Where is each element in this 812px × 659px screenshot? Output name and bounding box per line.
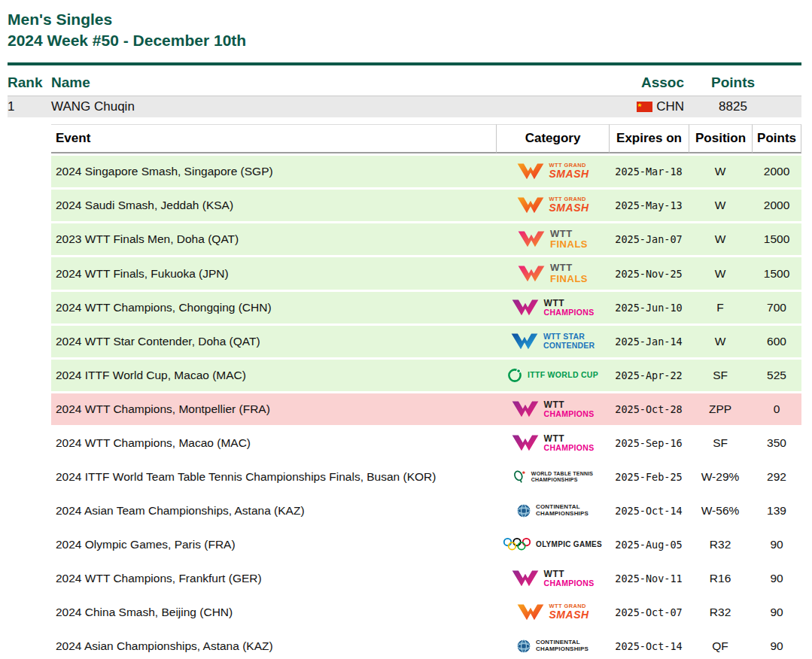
position-column-header: Position (689, 124, 752, 153)
event-row: 2024 WTT Champions, Montpellier (FRA) WT… (51, 393, 801, 425)
points-value: 2000 (752, 190, 801, 221)
event-row: 2024 Olympic Games, Paris (FRA) OLYMPIC … (51, 529, 801, 560)
expires-date: 2025-Mar-18 (609, 156, 689, 187)
chn-flag-icon (637, 102, 652, 112)
event-name: 2024 Olympic Games, Paris (FRA) (51, 529, 496, 560)
expires-date: 2025-Oct-28 (609, 393, 689, 425)
event-row: 2024 WTT Champions, Frankfurt (GER) WTTC… (51, 563, 801, 594)
event-name: 2024 China Smash, Beijing (CHN) (51, 597, 496, 628)
page-subtitle: 2024 Week #50 - December 10th (8, 30, 801, 51)
continental-championships-logo-icon: CONTINENTALCHAMPIONSHIPS (500, 636, 604, 657)
expires-date: 2025-Nov-25 (609, 257, 689, 290)
expires-date: 2025-Oct-14 (609, 630, 689, 659)
event-row: 2024 WTT Champions, Macao (MAC) WTTCHAMP… (51, 427, 801, 459)
event-name: 2024 ITTF World Team Table Tennis Champi… (51, 461, 496, 493)
points-value: 2000 (752, 156, 801, 187)
ranking-header-row: Rank Name Assoc Points (8, 65, 801, 96)
position-value: W (689, 326, 752, 357)
expires-date: 2025-Jun-10 (609, 292, 689, 323)
points-value: 90 (752, 597, 801, 628)
expires-date: 2025-Oct-07 (609, 597, 689, 628)
ranking-page: Men's Singles 2024 Week #50 - December 1… (0, 0, 812, 659)
events-breakdown: Event Category Expires on Position Point… (51, 122, 801, 659)
event-row: 2024 ITTF World Team Table Tennis Champi… (51, 461, 801, 493)
points-value: 1500 (752, 223, 801, 256)
event-name: 2024 Saudi Smash, Jeddah (KSA) (51, 190, 496, 221)
expires-date: 2025-Sep-16 (609, 427, 689, 459)
event-row: 2024 ITTF World Cup, Macao (MAC) ITTF WO… (51, 360, 801, 391)
wtt-champions-logo-icon: WTTCHAMPIONS (500, 568, 604, 589)
event-name: 2024 WTT Champions, Macao (MAC) (51, 427, 496, 459)
event-row: 2024 WTT Finals, Fukuoka (JPN) WTTFINALS… (51, 257, 801, 290)
ittf-world-cup-logo-icon: ITTF WORLD CUP (500, 365, 604, 386)
event-name: 2024 WTT Champions, Montpellier (FRA) (51, 393, 496, 425)
page-header: Men's Singles 2024 Week #50 - December 1… (8, 9, 801, 52)
points-value: 139 (752, 495, 801, 527)
event-name: 2024 Asian Team Championships, Astana (K… (51, 495, 496, 527)
event-row: 2024 Asian Championships, Astana (KAZ) C… (51, 630, 801, 659)
event-row: 2023 WTT Finals Men, Doha (QAT) WTTFINAL… (51, 223, 801, 256)
category-column-header: Category (496, 124, 609, 153)
wtt-finals-logo-icon: WTTFINALS (500, 229, 604, 251)
event-row: 2024 Singapore Smash, Singapore (SGP) WT… (51, 156, 801, 187)
points-column-header: Points (684, 74, 782, 91)
points-value: 350 (752, 427, 801, 459)
points-value: 525 (752, 360, 801, 391)
expires-date: 2025-Jan-14 (609, 326, 689, 357)
points-value: 600 (752, 326, 801, 357)
expires-date: 2025-Feb-25 (609, 461, 689, 493)
event-name: 2024 WTT Champions, Chongqing (CHN) (51, 292, 496, 323)
expires-date: 2025-Oct-14 (609, 495, 689, 527)
wtt-champions-logo-icon: WTTCHAMPIONS (500, 433, 604, 454)
player-points: 8825 (684, 99, 782, 114)
position-value: W (689, 190, 752, 221)
event-row: 2024 Saudi Smash, Jeddah (KSA) WTT GRAND… (51, 190, 801, 221)
event-name: 2024 WTT Star Contender, Doha (QAT) (51, 326, 496, 357)
name-column-header: Name (51, 74, 564, 91)
position-value: R16 (689, 563, 752, 594)
position-value: QF (689, 630, 752, 659)
event-name: 2024 Singapore Smash, Singapore (SGP) (51, 156, 496, 187)
points-value: 90 (752, 529, 801, 560)
continental-championships-logo-icon: CONTINENTALCHAMPIONSHIPS (500, 500, 604, 521)
player-name: WANG Chuqin (51, 99, 564, 114)
events-header-row: Event Category Expires on Position Point… (51, 124, 801, 153)
position-value: R32 (689, 529, 752, 560)
player-rank: 1 (8, 99, 51, 114)
events-table: Event Category Expires on Position Point… (51, 122, 801, 659)
event-name: 2024 ITTF World Cup, Macao (MAC) (51, 360, 496, 391)
player-row[interactable]: 1 WANG Chuqin CHN 8825 (8, 96, 801, 117)
event-row: 2024 WTT Champions, Chongqing (CHN) WTTC… (51, 292, 801, 323)
event-name: 2023 WTT Finals Men, Doha (QAT) (51, 223, 496, 256)
page-title: Men's Singles (8, 9, 801, 30)
points-value: 90 (752, 630, 801, 659)
points-value: 700 (752, 292, 801, 323)
position-value: W (689, 156, 752, 187)
position-value: ZPP (689, 393, 752, 425)
wtt-grand-smash-logo-icon: WTT GRANDSMASH (500, 602, 604, 623)
wtt-champions-logo-icon: WTTCHAMPIONS (500, 297, 604, 318)
wtt-champions-logo-icon: WTTCHAMPIONS (500, 399, 604, 420)
expires-date: 2025-May-13 (609, 190, 689, 221)
event-row: 2024 Asian Team Championships, Astana (K… (51, 495, 801, 527)
wtt-grand-smash-logo-icon: WTT GRANDSMASH (500, 161, 604, 182)
expires-date: 2025-Jan-07 (609, 223, 689, 256)
expires-date: 2025-Aug-05 (609, 529, 689, 560)
position-value: F (689, 292, 752, 323)
position-value: SF (689, 360, 752, 391)
player-assoc-code: CHN (656, 99, 684, 114)
position-value: SF (689, 427, 752, 459)
olympic-games-logo-icon: OLYMPIC GAMES (500, 534, 604, 555)
expires-date: 2025-Nov-11 (609, 563, 689, 594)
position-value: W (689, 257, 752, 290)
wtt-grand-smash-logo-icon: WTT GRANDSMASH (500, 195, 604, 216)
points-value: 1500 (752, 257, 801, 290)
event-name: 2024 WTT Finals, Fukuoka (JPN) (51, 257, 496, 290)
player-assoc: CHN (564, 99, 684, 114)
event-name: 2024 Asian Championships, Astana (KAZ) (51, 630, 496, 659)
points-column-header: Points (752, 124, 801, 153)
position-value: R32 (689, 597, 752, 628)
event-row: 2024 WTT Star Contender, Doha (QAT) WTT … (51, 326, 801, 357)
position-value: W-56% (689, 495, 752, 527)
world-championships-logo-icon: WORLD TABLE TENNISCHAMPIONSHIPS (500, 466, 604, 487)
